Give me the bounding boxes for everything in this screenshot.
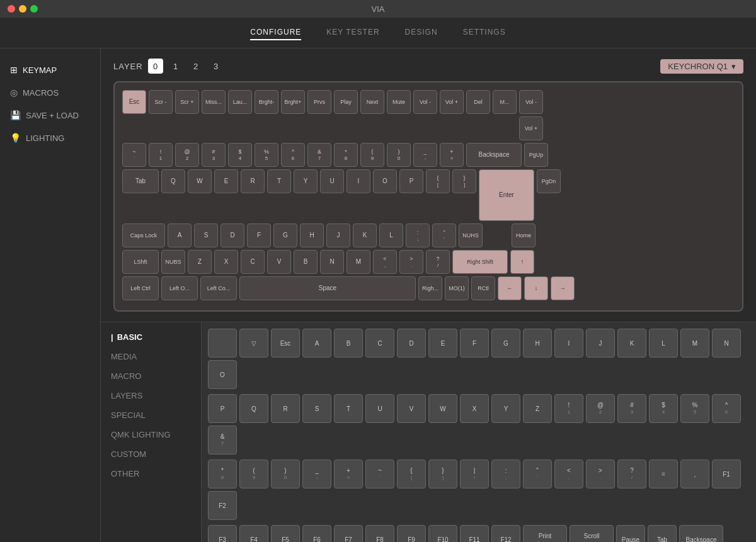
- picker-cat-macro[interactable]: MACRO: [101, 366, 201, 386]
- window-controls[interactable]: [8, 5, 38, 13]
- close-button[interactable]: [8, 5, 15, 13]
- key-play[interactable]: Play: [334, 90, 358, 114]
- picker-key[interactable]: +=: [334, 460, 363, 488]
- key-vol-minus[interactable]: Vol -: [413, 90, 437, 114]
- picker-key[interactable]: L: [649, 329, 678, 358]
- key-6[interactable]: ^6: [281, 143, 305, 167]
- picker-key[interactable]: I: [554, 329, 583, 358]
- picker-key[interactable]: <,: [554, 460, 583, 488]
- key-brght-minus[interactable]: Brght-: [255, 90, 278, 114]
- picker-key[interactable]: B: [334, 329, 363, 358]
- picker-key[interactable]: F7: [334, 525, 363, 542]
- key-nuhs[interactable]: NUHS: [459, 223, 483, 247]
- key-g[interactable]: G: [273, 223, 297, 247]
- layer-btn-1[interactable]: 1: [168, 59, 183, 74]
- picker-key[interactable]: F: [460, 329, 489, 358]
- key-r[interactable]: R: [241, 169, 265, 193]
- picker-key[interactable]: %5: [680, 394, 709, 423]
- key-t[interactable]: T: [267, 169, 291, 193]
- key-4[interactable]: $4: [228, 143, 252, 167]
- picker-key[interactable]: Tab: [648, 525, 677, 542]
- picker-key[interactable]: F4: [239, 525, 268, 542]
- key-lctrl[interactable]: Left Ctrl: [122, 276, 159, 300]
- key-slash[interactable]: ?/: [426, 250, 450, 274]
- picker-key[interactable]: H: [523, 329, 552, 358]
- key-w[interactable]: W: [188, 169, 212, 193]
- key-quote[interactable]: "': [432, 223, 456, 247]
- key-del-fn[interactable]: Del: [466, 90, 490, 114]
- key-rctrl[interactable]: RCtl: [471, 276, 495, 300]
- picker-key[interactable]: M: [680, 329, 709, 358]
- key-home[interactable]: Home: [512, 223, 536, 247]
- picker-key[interactable]: U: [365, 394, 394, 423]
- key-nubs[interactable]: NUBS: [161, 250, 185, 274]
- key-scr-plus[interactable]: Scr +: [175, 90, 199, 114]
- key-vol-plus[interactable]: Vol +: [440, 90, 464, 114]
- key-q[interactable]: Q: [161, 169, 185, 193]
- picker-key[interactable]: _-: [302, 460, 331, 488]
- picker-key[interactable]: *8: [208, 460, 237, 488]
- key-u[interactable]: U: [320, 169, 344, 193]
- key-mo1[interactable]: MO(1): [445, 276, 469, 300]
- picker-cat-qmklighting[interactable]: QMK LIGHTING: [101, 425, 201, 444]
- nav-settings[interactable]: SETTINGS: [463, 25, 506, 40]
- picker-key[interactable]: ,: [680, 460, 709, 488]
- picker-key[interactable]: S: [302, 394, 331, 423]
- key-3[interactable]: #3: [202, 143, 226, 167]
- key-7[interactable]: &7: [307, 143, 331, 167]
- picker-key[interactable]: :;: [491, 460, 520, 488]
- key-c[interactable]: C: [241, 250, 265, 274]
- key-left[interactable]: ←: [498, 276, 522, 300]
- key-pgdn[interactable]: PgDn: [537, 169, 561, 193]
- key-1[interactable]: !1: [149, 143, 173, 167]
- key-k[interactable]: K: [353, 223, 377, 247]
- layer-btn-3[interactable]: 3: [209, 59, 224, 74]
- key-p[interactable]: P: [399, 169, 423, 193]
- picker-key[interactable]: F6: [302, 525, 331, 542]
- key-vol-minus2[interactable]: Vol -: [519, 90, 543, 114]
- keyboard-selector[interactable]: KEYCHRON Q1 ▾: [660, 59, 743, 74]
- key-h[interactable]: H: [300, 223, 324, 247]
- key-space[interactable]: Space: [239, 276, 416, 300]
- picker-key[interactable]: Esc: [271, 329, 300, 358]
- key-capslock[interactable]: Caps Lock: [122, 223, 165, 247]
- picker-key[interactable]: {[: [397, 460, 426, 488]
- key-f[interactable]: F: [247, 223, 271, 247]
- picker-key[interactable]: }]: [428, 460, 457, 488]
- picker-key[interactable]: Y: [491, 394, 520, 423]
- picker-key[interactable]: R: [271, 394, 300, 423]
- picker-key[interactable]: ▽: [239, 329, 268, 358]
- key-minus[interactable]: _-: [413, 143, 437, 167]
- picker-key[interactable]: @2: [586, 394, 615, 423]
- nav-design[interactable]: DESIGN: [405, 25, 438, 40]
- picker-key[interactable]: X: [460, 394, 489, 423]
- key-5[interactable]: %5: [255, 143, 278, 167]
- picker-key[interactable]: ?/: [617, 460, 646, 488]
- picker-key[interactable]: PrintScreen: [523, 525, 567, 542]
- nav-key-tester[interactable]: KEY TESTER: [326, 25, 379, 40]
- picker-key[interactable]: F2: [208, 491, 237, 520]
- picker-key[interactable]: >.: [586, 460, 615, 488]
- picker-key[interactable]: ScrollLock: [570, 525, 614, 542]
- key-z[interactable]: Z: [188, 250, 212, 274]
- key-i[interactable]: I: [346, 169, 370, 193]
- picker-key[interactable]: E: [428, 329, 457, 358]
- key-m[interactable]: M...: [493, 90, 517, 114]
- key-miss[interactable]: Miss...: [202, 90, 226, 114]
- key-tab[interactable]: Tab: [122, 169, 159, 193]
- key-e[interactable]: E: [214, 169, 238, 193]
- key-period[interactable]: >.: [399, 250, 423, 274]
- picker-key[interactable]: (9: [239, 460, 268, 488]
- key-9[interactable]: (9: [360, 143, 384, 167]
- key-next[interactable]: Next: [360, 90, 384, 114]
- picker-key[interactable]: "': [523, 460, 552, 488]
- key-l[interactable]: L: [379, 223, 403, 247]
- key-x[interactable]: X: [214, 250, 238, 274]
- key-comma[interactable]: <,: [373, 250, 397, 274]
- key-j[interactable]: J: [326, 223, 350, 247]
- key-up[interactable]: ↑: [510, 250, 534, 274]
- picker-cat-layers[interactable]: LAYERS: [101, 386, 201, 405]
- key-down[interactable]: ↓: [524, 276, 548, 300]
- picker-cat-special[interactable]: SPECIAL: [101, 405, 201, 425]
- key-esc[interactable]: Esc: [122, 90, 146, 114]
